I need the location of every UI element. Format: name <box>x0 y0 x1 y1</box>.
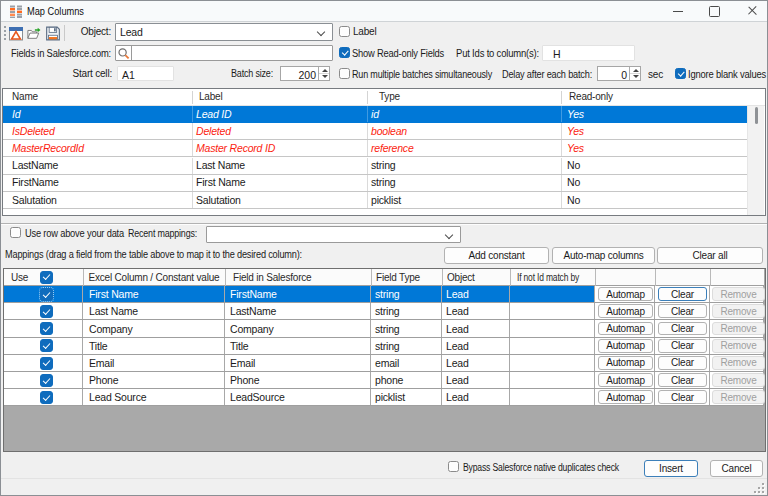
mapping-cell-field-in-salesforce: LastName <box>230 305 276 317</box>
batch-size-input[interactable]: 200 <box>280 66 330 81</box>
insert-button[interactable]: Insert <box>644 460 698 477</box>
spinner-down-icon[interactable] <box>630 74 640 81</box>
recent-mappings-label: Recent mappings: <box>117 227 197 241</box>
show-readonly-checkbox[interactable] <box>339 47 350 58</box>
fields-cell-type: string <box>371 159 395 171</box>
fields-table-row[interactable]: IdLead IDidYes <box>3 106 747 123</box>
use-checkbox[interactable] <box>40 305 53 318</box>
delay-value: 0 <box>621 69 627 81</box>
remove-row-button: Remove <box>712 390 765 404</box>
column-separator <box>367 192 368 208</box>
select-all-checkbox[interactable] <box>40 271 53 284</box>
mapping-table-row[interactable]: Lead SourceLeadSourcepicklistLeadAutomap… <box>4 389 764 406</box>
minimize-button[interactable] <box>661 1 695 21</box>
status-strip-line <box>1 478 767 479</box>
fields-table-row[interactable]: LastNameLast NamestringNo <box>3 158 747 175</box>
column-separator <box>192 91 193 104</box>
ignore-blank-checkbox[interactable] <box>675 68 686 79</box>
fields-cell-type: boolean <box>371 125 407 137</box>
automap-row-button[interactable]: Automap <box>598 287 653 301</box>
automap-row-button[interactable]: Automap <box>598 373 653 387</box>
clear-row-button[interactable]: Clear <box>658 356 707 370</box>
fields-column-header[interactable]: Type <box>379 91 400 102</box>
add-constant-button[interactable]: Add constant <box>444 247 549 264</box>
mapping-table-row[interactable]: First NameFirstNamestringLeadAutomapClea… <box>4 286 764 303</box>
delay-spinner[interactable] <box>629 67 640 80</box>
use-checkbox[interactable] <box>40 339 53 352</box>
clear-row-button[interactable]: Clear <box>658 287 707 301</box>
remove-row-button: Remove <box>712 373 765 387</box>
clear-row-button[interactable]: Clear <box>658 339 707 353</box>
put-ids-input[interactable]: H <box>542 45 635 61</box>
spinner-down-icon[interactable] <box>319 74 329 81</box>
automap-row-button[interactable]: Automap <box>598 356 653 370</box>
batch-size-spinner[interactable] <box>318 67 329 80</box>
automap-columns-button[interactable]: Auto-map columns <box>552 247 655 264</box>
cancel-button[interactable]: Cancel <box>710 460 763 477</box>
automap-row-button[interactable]: Automap <box>598 304 653 318</box>
use-row-above-checkbox[interactable] <box>10 227 21 238</box>
column-separator <box>561 175 562 191</box>
use-checkbox[interactable] <box>40 374 53 387</box>
column-separator <box>192 140 193 156</box>
fields-table-row[interactable]: MasterRecordIdMaster Record IDreferenceY… <box>3 140 747 157</box>
maximize-button[interactable] <box>697 1 731 21</box>
use-checkbox[interactable] <box>40 322 53 335</box>
automap-row-button[interactable]: Automap <box>598 339 653 353</box>
mapping-column-header[interactable]: Field in Salesforce <box>233 272 311 283</box>
mapping-cell-excel-column: Last Name <box>89 305 138 317</box>
chevron-down-icon <box>317 27 325 35</box>
mapping-column-header[interactable]: Use <box>11 272 28 283</box>
column-separator <box>561 140 562 156</box>
fields-table-scrollbar[interactable] <box>747 106 764 215</box>
scrollbar-thumb[interactable] <box>755 107 758 124</box>
clear-row-button[interactable]: Clear <box>658 373 707 387</box>
fields-column-header[interactable]: Label <box>199 91 222 102</box>
fields-search-box[interactable] <box>115 45 333 61</box>
mapping-table-row[interactable]: EmailEmailemailLeadAutomapClearRemove <box>4 355 764 372</box>
automap-row-button[interactable]: Automap <box>598 390 653 404</box>
mapping-cell <box>510 338 595 354</box>
resize-grip[interactable] <box>754 483 766 495</box>
start-cell-label: Start cell: <box>22 67 112 81</box>
clear-row-button[interactable]: Clear <box>658 322 707 336</box>
mapping-column-header[interactable]: Field Type <box>376 272 420 283</box>
fields-column-header[interactable]: Name <box>12 91 38 102</box>
mapping-table-row[interactable]: PhonePhonephoneLeadAutomapClearRemove <box>4 372 764 389</box>
clear-row-button[interactable]: Clear <box>658 304 707 318</box>
fields-cell-readonly: Yes <box>567 125 584 137</box>
bypass-duplicates-checkbox[interactable] <box>448 461 459 472</box>
use-checkbox[interactable] <box>40 391 53 404</box>
fields-table-header[interactable]: NameLabelTypeRead-only <box>3 89 765 106</box>
mapping-column-header[interactable]: Object <box>447 272 475 283</box>
mapping-column-header[interactable]: Excel Column / Constant value <box>89 272 220 283</box>
mapping-table: UseExcel Column / Constant valueField in… <box>3 268 766 452</box>
clear-all-button[interactable]: Clear all <box>657 247 763 264</box>
automap-row-button[interactable]: Automap <box>598 322 653 336</box>
mapping-cell-field-type: phone <box>375 374 403 386</box>
object-select[interactable]: Lead <box>115 23 333 41</box>
run-multiple-checkbox[interactable] <box>339 68 350 79</box>
fields-search-input[interactable] <box>133 46 331 59</box>
fields-table-row[interactable]: FirstNameFirst NamestringNo <box>3 175 747 192</box>
delay-input[interactable]: 0 <box>597 66 641 81</box>
mapping-table-header[interactable]: UseExcel Column / Constant valueField in… <box>4 269 764 286</box>
mapping-table-row[interactable]: Last NameLastNamestringLeadAutomapClearR… <box>4 303 764 320</box>
fields-table-row[interactable]: SalutationSalutationpicklistNo <box>3 192 747 209</box>
start-cell-input[interactable]: A1 <box>117 66 174 81</box>
remove-row-button: Remove <box>712 304 765 318</box>
column-separator <box>83 269 84 286</box>
mapping-cell-object: Lead <box>446 340 469 352</box>
use-checkbox[interactable] <box>40 357 53 370</box>
mapping-column-header[interactable]: If not Id match by <box>517 272 579 283</box>
label-checkbox[interactable] <box>339 26 350 37</box>
clear-row-button[interactable]: Clear <box>658 390 707 404</box>
close-button[interactable] <box>735 1 768 21</box>
fields-column-header[interactable]: Read-only <box>569 91 613 102</box>
mapping-table-row[interactable]: CompanyCompanystringLeadAutomapClearRemo… <box>4 320 764 337</box>
fields-table-row[interactable]: IsDeletedDeletedbooleanYes <box>3 123 747 140</box>
recent-mappings-select[interactable] <box>206 226 461 243</box>
use-checkbox[interactable] <box>40 288 53 301</box>
mapping-table-row[interactable]: TitleTitlestringLeadAutomapClearRemove <box>4 338 764 355</box>
remove-row-button: Remove <box>712 356 765 370</box>
